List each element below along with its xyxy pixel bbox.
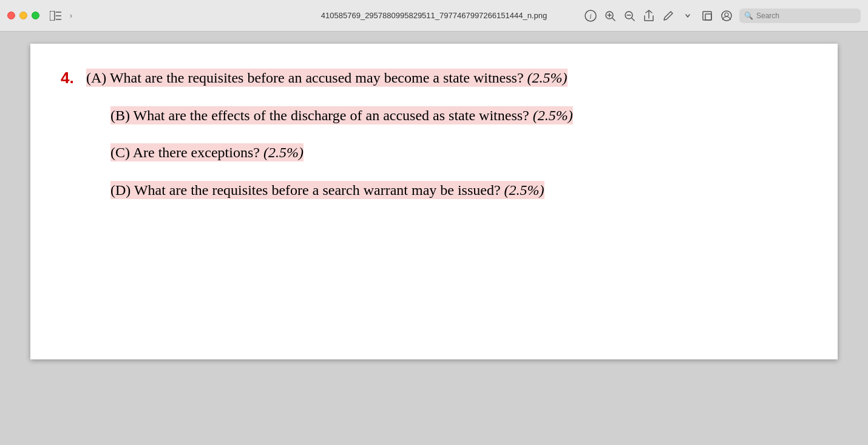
question-c-points: (2.5%) xyxy=(263,144,303,160)
question-content: (A) What are the requisites before an ac… xyxy=(86,68,807,217)
question-part-a: (A) What are the requisites before an ac… xyxy=(86,68,807,89)
filename-label: 410585769_2957880995829511_7977467997266… xyxy=(321,11,547,20)
svg-point-16 xyxy=(725,13,728,16)
titlebar: › 410585769_2957880995829511_79774679972… xyxy=(0,0,868,32)
pen-icon[interactable] xyxy=(662,9,675,22)
main-area: 4. (A) What are the requisites before an… xyxy=(0,32,868,445)
account-icon[interactable] xyxy=(720,9,733,22)
question-c-text: (C) Are there exceptions? (2.5%) xyxy=(110,143,303,161)
chevron-down-icon: › xyxy=(70,12,72,20)
question-number: 4. xyxy=(61,68,79,217)
pen-dropdown-icon[interactable] xyxy=(681,9,694,22)
zoom-out-icon[interactable] xyxy=(623,9,636,22)
sidebar-toggle-button[interactable] xyxy=(49,10,63,21)
search-icon: 🔍 xyxy=(744,12,753,20)
svg-rect-14 xyxy=(705,14,711,20)
question-part-c: (C) Are there exceptions? (2.5%) xyxy=(86,143,807,163)
question-block: 4. (A) What are the requisites before an… xyxy=(61,68,807,217)
svg-rect-13 xyxy=(703,12,711,20)
minimize-button[interactable] xyxy=(19,12,27,19)
info-icon[interactable]: i xyxy=(584,9,597,22)
question-b-points: (2.5%) xyxy=(533,107,573,123)
question-a-text: (A) What are the requisites before an ac… xyxy=(86,69,568,87)
question-a-points: (2.5%) xyxy=(527,70,568,86)
question-part-d: (D) What are the requisites before a sea… xyxy=(86,180,807,201)
close-button[interactable] xyxy=(7,12,15,19)
question-part-b: (B) What are the effects of the discharg… xyxy=(86,106,807,126)
share-icon[interactable] xyxy=(642,9,656,22)
svg-rect-0 xyxy=(50,11,55,21)
expand-icon[interactable] xyxy=(700,9,714,22)
question-d-text: (D) What are the requisites before a sea… xyxy=(110,181,544,199)
svg-line-11 xyxy=(632,18,634,21)
traffic-lights xyxy=(7,12,39,19)
svg-text:i: i xyxy=(589,12,591,21)
toolbar-right: i xyxy=(584,8,861,23)
document-page: 4. (A) What are the requisites before an… xyxy=(30,44,838,359)
svg-line-7 xyxy=(612,18,615,21)
question-d-points: (2.5%) xyxy=(504,182,544,198)
search-input[interactable] xyxy=(756,12,856,20)
search-box[interactable]: 🔍 xyxy=(739,8,861,23)
zoom-in-icon[interactable] xyxy=(603,9,617,22)
maximize-button[interactable] xyxy=(32,12,39,19)
question-b-text: (B) What are the effects of the discharg… xyxy=(110,106,573,124)
